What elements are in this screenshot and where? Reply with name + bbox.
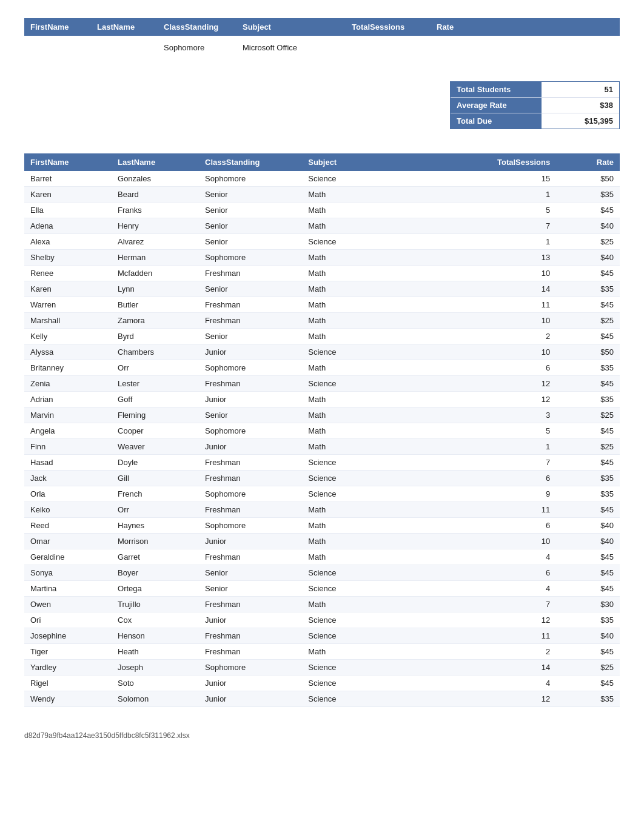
table-cell: Yardley [24, 660, 112, 676]
table-cell: 1 [445, 187, 556, 203]
table-cell: 7 [445, 218, 556, 234]
table-cell: $40 [556, 218, 620, 234]
table-cell: Franks [112, 203, 199, 218]
table-row: RigelSotoJuniorScience4$45 [24, 676, 620, 691]
table-row: KarenBeardSeniorMath1$35 [24, 187, 620, 203]
top-col-subject: Subject [236, 18, 346, 36]
table-cell: Britanney [24, 360, 112, 376]
table-cell: Weaver [112, 439, 199, 455]
table-cell: $40 [556, 534, 620, 549]
table-cell: Freshman [199, 297, 302, 313]
table-cell: 5 [445, 423, 556, 439]
table-cell: 1 [445, 234, 556, 250]
table-cell: Soto [112, 676, 199, 691]
table-cell: Math [302, 392, 445, 407]
main-col-rate: Rate [556, 153, 620, 171]
table-cell: Math [302, 313, 445, 329]
table-cell: 14 [445, 281, 556, 297]
table-cell: $30 [556, 597, 620, 612]
table-cell: 11 [445, 297, 556, 313]
table-row: GeraldineGarretFreshmanMath4$45 [24, 549, 620, 565]
table-cell: 12 [445, 612, 556, 628]
table-cell: 6 [445, 565, 556, 581]
table-cell: Math [302, 266, 445, 281]
table-cell: Science [302, 344, 445, 360]
table-cell: 12 [445, 392, 556, 407]
table-cell: $45 [556, 329, 620, 344]
table-cell: $40 [556, 250, 620, 266]
main-table: FirstName LastName ClassStanding Subject… [24, 153, 620, 707]
table-cell: 9 [445, 486, 556, 502]
table-cell: Math [302, 281, 445, 297]
table-cell: Geraldine [24, 549, 112, 565]
top-col-lastname: LastName [91, 18, 158, 36]
table-cell: Renee [24, 266, 112, 281]
table-cell: Senior [199, 187, 302, 203]
table-cell: Adena [24, 218, 112, 234]
table-cell: $50 [556, 344, 620, 360]
table-cell: Alvarez [112, 234, 199, 250]
table-cell: 6 [445, 471, 556, 486]
table-cell: 6 [445, 518, 556, 534]
table-cell: $35 [556, 187, 620, 203]
table-row: AngelaCooperSophomoreMath5$45 [24, 423, 620, 439]
table-cell: 10 [445, 534, 556, 549]
table-cell: Junior [199, 691, 302, 707]
table-cell: Senior [199, 281, 302, 297]
table-cell: Freshman [199, 502, 302, 518]
table-cell: Math [302, 218, 445, 234]
table-cell: Freshman [199, 549, 302, 565]
table-cell: $25 [556, 660, 620, 676]
table-cell: Freshman [199, 455, 302, 471]
table-cell: Senior [199, 407, 302, 423]
table-row: KeikoOrrFreshmanMath11$45 [24, 502, 620, 518]
summary-average-rate-value: $38 [542, 98, 619, 113]
table-cell: 7 [445, 455, 556, 471]
table-row: MarvinFlemingSeniorMath3$25 [24, 407, 620, 423]
table-cell: Wendy [24, 691, 112, 707]
table-cell: Trujillo [112, 597, 199, 612]
table-cell: Lynn [112, 281, 199, 297]
table-cell: 7 [445, 597, 556, 612]
table-cell: Cooper [112, 423, 199, 439]
table-cell: Senior [199, 329, 302, 344]
table-row: AlyssaChambersJuniorScience10$50 [24, 344, 620, 360]
top-filter-row: Sophomore Microsoft Office [24, 38, 620, 57]
table-cell: 2 [445, 644, 556, 660]
table-cell: Josephine [24, 628, 112, 644]
table-cell: Junior [199, 534, 302, 549]
top-column-headers: FirstName LastName ClassStanding Subject… [24, 18, 620, 36]
table-row: KellyByrdSeniorMath2$45 [24, 329, 620, 344]
table-cell: Finn [24, 439, 112, 455]
table-cell: Goff [112, 392, 199, 407]
table-cell: $35 [556, 486, 620, 502]
table-cell: Sophomore [199, 360, 302, 376]
table-cell: $40 [556, 628, 620, 644]
table-cell: Reed [24, 518, 112, 534]
table-cell: Ortega [112, 581, 199, 597]
table-cell: Sophomore [199, 171, 302, 187]
summary-box: Total Students 51 Average Rate $38 Total… [450, 81, 620, 129]
table-cell: Herman [112, 250, 199, 266]
table-cell: $45 [556, 549, 620, 565]
table-row: AdrianGoffJuniorMath12$35 [24, 392, 620, 407]
table-cell: $45 [556, 581, 620, 597]
table-cell: $35 [556, 612, 620, 628]
table-cell: $35 [556, 360, 620, 376]
summary-total-students-label: Total Students [451, 82, 542, 98]
top-col-firstname: FirstName [24, 18, 91, 36]
table-cell: Science [302, 676, 445, 691]
table-cell: 2 [445, 329, 556, 344]
table-cell: Ori [24, 612, 112, 628]
table-cell: Senior [199, 203, 302, 218]
table-row: WendySolomonJuniorScience12$35 [24, 691, 620, 707]
table-cell: 11 [445, 628, 556, 644]
table-cell: 1 [445, 439, 556, 455]
summary-total-students: Total Students 51 [451, 82, 619, 98]
table-cell: 10 [445, 313, 556, 329]
table-row: BarretGonzalesSophomoreScience15$50 [24, 171, 620, 187]
table-row: AlexaAlvarezSeniorScience1$25 [24, 234, 620, 250]
table-cell: Doyle [112, 455, 199, 471]
table-row: ShelbyHermanSophomoreMath13$40 [24, 250, 620, 266]
table-cell: Freshman [199, 266, 302, 281]
